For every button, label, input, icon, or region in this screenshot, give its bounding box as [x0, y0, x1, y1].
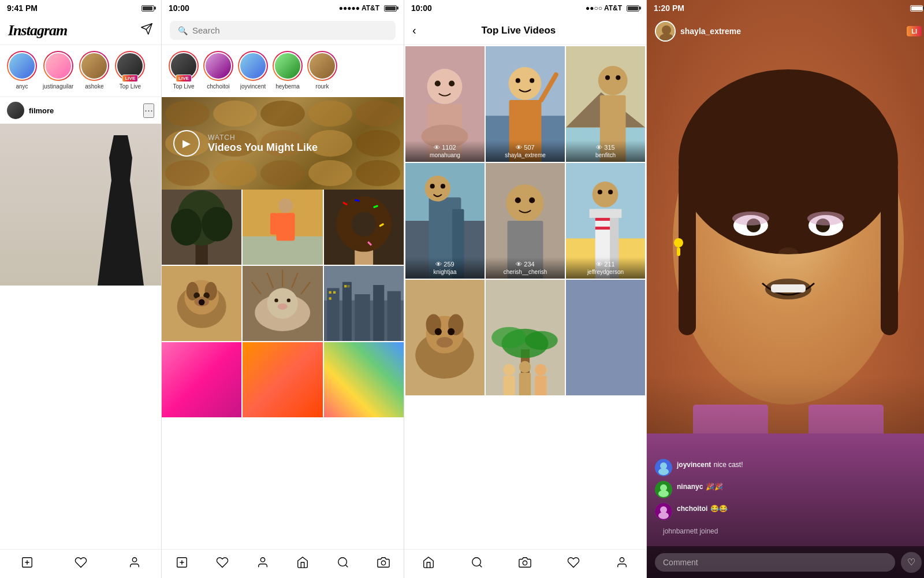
viewer-count-knightjaa: 👁 259	[435, 261, 454, 268]
nav-camera-button[interactable]	[372, 551, 394, 577]
nav-profile-button[interactable]	[252, 551, 274, 577]
svg-point-81	[598, 66, 628, 95]
svg-point-129	[523, 561, 527, 565]
grid-cell-city[interactable]	[324, 266, 404, 341]
time-4: 1:20 PM	[654, 3, 684, 13]
eye-icon-3: 👁	[596, 144, 602, 151]
likes-button[interactable]	[70, 551, 92, 577]
post-header: filmore ···	[0, 97, 161, 124]
story-toplive-label: Top Live	[173, 83, 194, 90]
svg-line-63	[345, 565, 348, 567]
live-cell-monahuang-overlay: 👁 1102 monahuang	[405, 140, 485, 162]
watch-text: WATCH Videos You Might Like	[208, 134, 318, 154]
svg-point-43	[275, 298, 278, 302]
svg-point-61	[260, 557, 264, 561]
live-cell-jeffrey[interactable]: 👁 211 jeffreydgerson	[566, 163, 645, 279]
nav3-search-button[interactable]	[466, 551, 488, 577]
grid-cell-orange[interactable]	[243, 342, 322, 417]
svg-rect-125	[535, 376, 546, 395]
live-cell-monahuang[interactable]: 👁 1102 monahuang	[405, 46, 485, 162]
svg-point-96	[529, 197, 535, 203]
grid-cell-hedgehog[interactable]	[243, 266, 322, 341]
story-anyc[interactable]: anyc	[7, 51, 37, 90]
time-1: 9:41 PM	[7, 3, 38, 13]
svg-point-119	[525, 331, 558, 350]
grid-cell-pink[interactable]	[162, 342, 241, 417]
svg-point-10	[202, 207, 232, 242]
svg-rect-55	[329, 297, 331, 299]
nav-heart-button[interactable]	[211, 551, 233, 577]
instagram-logo: Instagram	[8, 22, 67, 39]
live-cell-7[interactable]	[405, 280, 485, 395]
play-button[interactable]: ▶	[173, 130, 200, 157]
comment-avatar-chchoitoi	[655, 503, 672, 520]
add-post-button[interactable]	[16, 551, 38, 577]
nav3-camera-button[interactable]	[514, 551, 536, 577]
story-joyvincent[interactable]: joyvincent	[238, 51, 268, 90]
svg-point-84	[616, 75, 620, 80]
direct-message-button[interactable]	[140, 23, 153, 38]
time-2: 10:00	[169, 3, 189, 13]
story-toplive[interactable]: LIVE Top Live	[169, 51, 199, 90]
live-cell-9[interactable]	[566, 280, 645, 395]
nav3-heart-button[interactable]	[562, 551, 584, 577]
live-cell-cherish[interactable]: 👁 234 cherish__cherish	[486, 163, 565, 279]
live-cell-benfitch[interactable]: 👁 315 benfitch	[566, 46, 645, 162]
nav-plus-button[interactable]	[171, 551, 193, 577]
live-cell-shayla[interactable]: 👁 507 shayla_extreme	[486, 46, 565, 162]
nav3-profile-button[interactable]	[611, 551, 633, 577]
screen-live: 10:00 ●●○○ AT&T ‹ Top Live Videos	[404, 0, 647, 578]
back-button[interactable]: ‹	[412, 24, 416, 37]
status-bar-4: 1:20 PM	[647, 0, 924, 16]
story-benji-label: Top Live	[120, 83, 141, 90]
post-options-button[interactable]: ···	[143, 103, 154, 118]
post-avatar	[7, 102, 24, 119]
svg-point-70	[449, 80, 454, 86]
svg-rect-50	[355, 294, 370, 341]
svg-point-130	[620, 557, 624, 561]
grid-cell-dog[interactable]	[162, 266, 241, 341]
grid-cell-donut[interactable]	[324, 190, 404, 265]
post-user[interactable]: filmore	[7, 102, 54, 119]
battery-3	[627, 5, 639, 12]
svg-point-140	[732, 212, 769, 225]
svg-point-105	[598, 190, 602, 194]
story-justinaguilar-label: justinaguilar	[43, 83, 73, 90]
grid-cell-beach[interactable]	[243, 190, 322, 265]
grid-cell-colorful[interactable]	[324, 342, 404, 417]
svg-point-113	[448, 328, 454, 335]
live-cell-knightjaa[interactable]: 👁 259 knightjaa	[405, 163, 485, 279]
search-icon: 🔍	[178, 26, 188, 35]
live-cell-8[interactable]	[486, 280, 565, 395]
comment-send-button[interactable]: ♡	[901, 552, 922, 573]
post-username: filmore	[29, 106, 54, 115]
nav-home-button[interactable]	[292, 551, 314, 577]
story-chchoitoi[interactable]: chchoitoi	[203, 51, 233, 90]
grid-cell-tree[interactable]	[162, 190, 241, 265]
profile-button[interactable]	[124, 551, 146, 577]
live-cell-shayla-overlay: 👁 507 shayla_extreme	[486, 140, 565, 162]
eye-icon-5: 👁	[516, 261, 522, 268]
post-image	[0, 124, 161, 286]
nav-search-button[interactable]	[332, 551, 354, 577]
viewer-count-benfitch: 👁 315	[596, 144, 614, 151]
story-justinaguilar[interactable]: justinaguilar	[43, 51, 73, 90]
watch-banner[interactable]: ▶ WATCH Videos You Might Like	[162, 97, 404, 190]
svg-point-104	[593, 181, 619, 208]
search-input[interactable]	[192, 25, 388, 35]
story-ashoke[interactable]: ashoke	[79, 51, 109, 90]
svg-rect-52	[387, 291, 400, 341]
story-heyberna[interactable]: heyberna	[273, 51, 303, 90]
story-benji[interactable]: LIVE Top Live	[115, 51, 145, 90]
story-rourk[interactable]: rourk	[307, 51, 337, 90]
story-joyvincent-label: joyvincent	[240, 83, 266, 90]
eye-icon: 👁	[434, 144, 440, 151]
live-cell-jeffrey-overlay: 👁 211 jeffreydgerson	[566, 257, 645, 279]
stories-row-2: LIVE Top Live chchoitoi joyvincent heybe…	[162, 45, 404, 97]
nav3-home-button[interactable]	[418, 551, 439, 577]
svg-point-44	[287, 298, 290, 302]
live-video-header: shayla_extreme LI	[647, 16, 924, 46]
comment-input[interactable]	[655, 553, 895, 572]
time-3: 10:00	[411, 3, 432, 13]
svg-point-118	[491, 327, 527, 349]
